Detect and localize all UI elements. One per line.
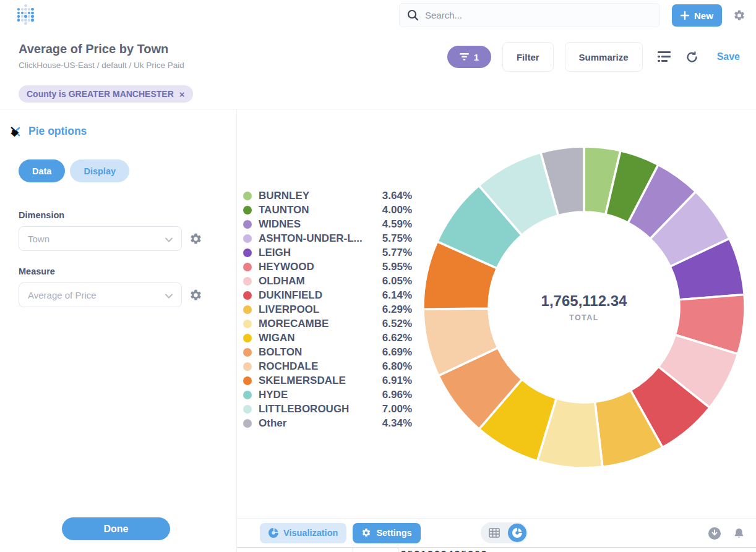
legend-item[interactable]: OLDHAM6.05% [243,274,412,288]
summarize-button[interactable]: Summarize [565,42,643,72]
legend-value: 4.59% [382,218,412,231]
legend-dot-icon [243,405,252,414]
dimension-select[interactable]: Town [19,226,182,251]
refresh-icon[interactable] [685,51,698,64]
sidebar-tabs: Data Display [19,159,129,182]
legend-dot-icon [243,320,252,328]
legend-item[interactable]: HEYWOOD5.95% [243,260,412,274]
legend-dot-icon [243,192,252,200]
legend-dot-icon [243,334,252,342]
legend-label: LEIGH [259,247,291,259]
gear-icon [361,528,371,538]
legend-label: DUKINFIELD [259,289,322,302]
pie-options-sidebar: Pie options ☚ Data Display Dimension Tow… [0,109,237,552]
pie-view-icon[interactable] [508,524,526,542]
filter-chip-label: County is GREATER MANCHESTER [27,89,174,99]
filter-chip-close-icon[interactable]: × [179,90,185,99]
table-column-divider [353,548,353,552]
legend-label: ASHTON-UNDER-L... [259,232,363,245]
legend-label: BOLTON [259,346,302,359]
chevron-down-icon [165,290,173,300]
table-view-icon[interactable] [489,528,500,538]
sidebar-title: Pie options [28,125,87,138]
legend-dot-icon [243,206,252,214]
footer-right-icons [708,519,745,548]
legend-dot-icon [243,348,252,357]
funnel-icon [460,53,469,61]
legend-item[interactable]: BURNLEY3.64% [243,189,412,203]
legend-value: 4.00% [382,204,412,216]
donut-chart [417,140,751,474]
legend-item[interactable]: HYDE6.96% [243,388,412,402]
legend-dot-icon [243,391,252,399]
legend-item[interactable]: BOLTON6.69% [243,345,412,359]
measure-select[interactable]: Average of Price [19,282,182,307]
legend-item[interactable]: WIGAN6.62% [243,331,412,345]
tab-data[interactable]: Data [19,159,65,182]
legend-label: Other [259,417,286,430]
legend-label: ROCHDALE [259,360,318,373]
done-button[interactable]: Done [62,517,170,540]
legend-item[interactable]: SKELMERSDALE6.91% [243,373,412,388]
breadcrumb[interactable]: ClickHouse-US-East / default / Uk Price … [19,61,184,70]
clipped-results-table[interactable]: 3531323435303 [237,547,756,552]
legend-label: HEYWOOD [259,261,314,273]
metabase-logo-icon[interactable] [17,4,36,27]
legend-label: MORECAMBE [259,318,329,330]
legend-item[interactable]: LIVERPOOL6.29% [243,302,412,316]
legend-item[interactable]: MORECAMBE6.52% [243,316,412,331]
save-button[interactable]: Save [717,51,740,62]
new-button[interactable]: New [672,4,722,27]
legend-value: 6.05% [382,275,412,287]
visualization-button[interactable]: Visualization [260,523,346,543]
admin-gear-icon[interactable] [733,9,745,24]
bell-icon[interactable] [733,527,745,540]
legend-value: 5.95% [382,261,412,273]
active-filter-pill[interactable]: 1 [447,46,491,68]
legend-dot-icon [243,234,252,243]
legend-label: TAUNTON [259,204,309,216]
legend-item[interactable]: Other4.34% [243,416,412,430]
dimension-value: Town [28,234,49,244]
legend-value: 6.62% [382,332,412,344]
visualization-label: Visualization [283,528,338,538]
dimension-label: Dimension [19,210,64,220]
legend-dot-icon [243,419,252,428]
legend-item[interactable]: LEIGH5.77% [243,245,412,260]
legend-value: 7.00% [382,403,412,415]
legend-value: 6.29% [382,304,412,316]
settings-button[interactable]: Settings [353,523,420,543]
filter-button[interactable]: Filter [502,42,554,72]
download-icon[interactable] [708,527,721,540]
legend-dot-icon [243,263,252,271]
legend-value: 3.64% [382,190,412,202]
legend-label: BURNLEY [259,190,309,202]
measure-settings-gear-icon[interactable] [189,289,202,302]
legend-value: 5.77% [382,247,412,259]
page-title: Average of Price by Town [19,42,168,56]
legend-label: WIDNES [259,218,301,231]
settings-label: Settings [376,528,411,538]
legend-label: HYDE [259,389,288,401]
view-footer: Visualization Settings [237,518,756,547]
legend-value: 6.14% [382,289,412,302]
search-input[interactable] [425,10,652,20]
legend-value: 6.52% [382,318,412,330]
legend-value: 5.75% [382,232,412,245]
filter-chip[interactable]: County is GREATER MANCHESTER × [19,85,193,103]
legend-dot-icon [243,376,252,385]
table-pie-toggle [481,522,528,543]
clipped-cell-text: 3531323435303 [401,548,488,552]
legend-item[interactable]: ASHTON-UNDER-L...5.75% [243,231,412,245]
legend-item[interactable]: WIDNES4.59% [243,217,412,231]
legend-item[interactable]: LITTLEBOROUGH7.00% [243,402,412,416]
legend-item[interactable]: DUKINFIELD6.14% [243,288,412,302]
tab-display[interactable]: Display [70,159,129,182]
dimension-settings-gear-icon[interactable] [189,232,202,245]
search-bar[interactable] [399,3,660,27]
legend-value: 6.96% [382,389,412,401]
editor-list-icon[interactable] [658,51,671,62]
legend-item[interactable]: ROCHDALE6.80% [243,359,412,373]
legend-dot-icon [243,362,252,371]
legend-item[interactable]: TAUNTON4.00% [243,203,412,217]
